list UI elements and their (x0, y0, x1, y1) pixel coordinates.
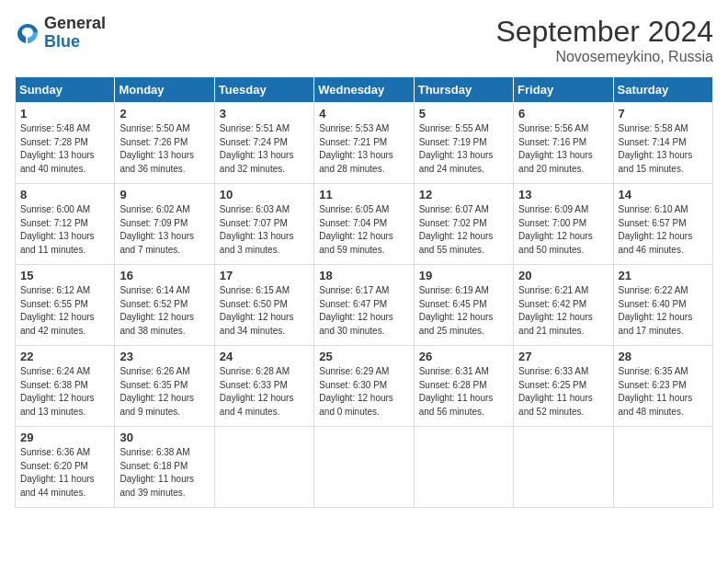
table-row: 13Sunrise: 6:09 AMSunset: 7:00 PMDayligh… (514, 184, 613, 265)
table-row: 17Sunrise: 6:15 AMSunset: 6:50 PMDayligh… (214, 265, 313, 346)
table-row: 2Sunrise: 5:50 AMSunset: 7:26 PMDaylight… (115, 103, 214, 184)
day-number: 29 (20, 431, 109, 444)
title-block: September 2024 Novosemeykino, Russia (495, 15, 713, 65)
day-info: Sunrise: 6:26 AMSunset: 6:35 PMDaylight:… (119, 365, 209, 419)
day-info: Sunrise: 5:56 AMSunset: 7:16 PMDaylight:… (518, 122, 608, 176)
day-number: 1 (20, 107, 109, 121)
col-sunday: Sunday (16, 77, 115, 103)
month-title: September 2024 (495, 15, 713, 49)
day-info: Sunrise: 6:14 AMSunset: 6:52 PMDaylight:… (119, 284, 209, 338)
table-row (414, 427, 513, 508)
day-number: 27 (518, 350, 608, 363)
day-info: Sunrise: 6:09 AMSunset: 7:00 PMDaylight:… (518, 203, 608, 257)
day-info: Sunrise: 6:22 AMSunset: 6:40 PMDaylight:… (619, 284, 708, 338)
day-info: Sunrise: 6:28 AMSunset: 6:33 PMDaylight:… (220, 365, 309, 419)
day-number: 18 (319, 269, 408, 282)
table-row: 29Sunrise: 6:36 AMSunset: 6:20 PMDayligh… (16, 427, 115, 508)
day-info: Sunrise: 6:29 AMSunset: 6:30 PMDaylight:… (319, 365, 408, 419)
day-number: 23 (119, 350, 209, 363)
table-row: 3Sunrise: 5:51 AMSunset: 7:24 PMDaylight… (214, 103, 313, 184)
col-friday: Friday (514, 77, 613, 103)
calendar: Sunday Monday Tuesday Wednesday Thursday… (15, 76, 713, 508)
day-number: 15 (20, 269, 109, 282)
day-number: 14 (619, 188, 708, 201)
table-row: 21Sunrise: 6:22 AMSunset: 6:40 PMDayligh… (613, 265, 712, 346)
table-row: 4Sunrise: 5:53 AMSunset: 7:21 PMDaylight… (314, 103, 414, 184)
day-info: Sunrise: 5:55 AMSunset: 7:19 PMDaylight:… (419, 122, 508, 176)
day-info: Sunrise: 5:50 AMSunset: 7:26 PMDaylight:… (119, 122, 209, 176)
table-row: 5Sunrise: 5:55 AMSunset: 7:19 PMDaylight… (414, 103, 513, 184)
day-number: 28 (619, 350, 708, 363)
logo-general: General (44, 15, 106, 33)
day-number: 6 (518, 107, 608, 121)
day-info: Sunrise: 6:07 AMSunset: 7:02 PMDaylight:… (419, 203, 508, 257)
table-row (514, 427, 613, 508)
day-info: Sunrise: 6:38 AMSunset: 6:18 PMDaylight:… (119, 446, 209, 500)
day-number: 13 (518, 188, 608, 201)
table-row: 11Sunrise: 6:05 AMSunset: 7:04 PMDayligh… (314, 184, 414, 265)
table-row: 20Sunrise: 6:21 AMSunset: 6:42 PMDayligh… (514, 265, 613, 346)
day-number: 7 (619, 107, 708, 121)
day-number: 10 (220, 188, 309, 201)
day-number: 11 (319, 188, 408, 201)
logo: General Blue (15, 15, 106, 52)
table-row: 18Sunrise: 6:17 AMSunset: 6:47 PMDayligh… (314, 265, 414, 346)
day-info: Sunrise: 6:12 AMSunset: 6:55 PMDaylight:… (20, 284, 109, 338)
day-info: Sunrise: 6:19 AMSunset: 6:45 PMDaylight:… (419, 284, 508, 338)
day-number: 3 (220, 107, 309, 121)
day-info: Sunrise: 5:53 AMSunset: 7:21 PMDaylight:… (319, 122, 408, 176)
day-number: 2 (119, 107, 209, 121)
table-row: 12Sunrise: 6:07 AMSunset: 7:02 PMDayligh… (414, 184, 513, 265)
col-tuesday: Tuesday (214, 77, 313, 103)
table-row (214, 427, 313, 508)
table-row: 28Sunrise: 6:35 AMSunset: 6:23 PMDayligh… (613, 346, 712, 427)
day-info: Sunrise: 6:00 AMSunset: 7:12 PMDaylight:… (20, 203, 109, 257)
table-row: 15Sunrise: 6:12 AMSunset: 6:55 PMDayligh… (16, 265, 115, 346)
table-row (613, 427, 712, 508)
table-row: 26Sunrise: 6:31 AMSunset: 6:28 PMDayligh… (414, 346, 513, 427)
day-number: 26 (419, 350, 508, 363)
table-row: 23Sunrise: 6:26 AMSunset: 6:35 PMDayligh… (115, 346, 214, 427)
table-row: 9Sunrise: 6:02 AMSunset: 7:09 PMDaylight… (115, 184, 214, 265)
table-row: 30Sunrise: 6:38 AMSunset: 6:18 PMDayligh… (115, 427, 214, 508)
col-monday: Monday (115, 77, 214, 103)
table-row: 6Sunrise: 5:56 AMSunset: 7:16 PMDaylight… (514, 103, 613, 184)
day-info: Sunrise: 6:21 AMSunset: 6:42 PMDaylight:… (518, 284, 608, 338)
day-number: 16 (119, 269, 209, 282)
day-info: Sunrise: 5:51 AMSunset: 7:24 PMDaylight:… (220, 122, 309, 176)
calendar-week-3: 15Sunrise: 6:12 AMSunset: 6:55 PMDayligh… (16, 265, 713, 346)
table-row: 7Sunrise: 5:58 AMSunset: 7:14 PMDaylight… (613, 103, 712, 184)
day-info: Sunrise: 5:48 AMSunset: 7:28 PMDaylight:… (20, 122, 109, 176)
calendar-week-2: 8Sunrise: 6:00 AMSunset: 7:12 PMDaylight… (16, 184, 713, 265)
day-info: Sunrise: 6:03 AMSunset: 7:07 PMDaylight:… (220, 203, 309, 257)
day-info: Sunrise: 6:33 AMSunset: 6:25 PMDaylight:… (518, 365, 608, 419)
location: Novosemeykino, Russia (495, 49, 713, 65)
day-number: 5 (419, 107, 508, 121)
table-row: 27Sunrise: 6:33 AMSunset: 6:25 PMDayligh… (514, 346, 613, 427)
table-row: 10Sunrise: 6:03 AMSunset: 7:07 PMDayligh… (214, 184, 313, 265)
table-row: 22Sunrise: 6:24 AMSunset: 6:38 PMDayligh… (16, 346, 115, 427)
calendar-week-1: 1Sunrise: 5:48 AMSunset: 7:28 PMDaylight… (16, 103, 713, 184)
logo-icon (15, 20, 40, 46)
day-number: 25 (319, 350, 408, 363)
day-info: Sunrise: 6:02 AMSunset: 7:09 PMDaylight:… (119, 203, 209, 257)
day-info: Sunrise: 6:36 AMSunset: 6:20 PMDaylight:… (20, 446, 109, 500)
day-number: 22 (20, 350, 109, 363)
table-row: 25Sunrise: 6:29 AMSunset: 6:30 PMDayligh… (314, 346, 414, 427)
table-row: 24Sunrise: 6:28 AMSunset: 6:33 PMDayligh… (214, 346, 313, 427)
table-row: 14Sunrise: 6:10 AMSunset: 6:57 PMDayligh… (613, 184, 712, 265)
table-row (314, 427, 414, 508)
calendar-header-row: Sunday Monday Tuesday Wednesday Thursday… (16, 77, 713, 103)
page-header: General Blue September 2024 Novosemeykin… (15, 15, 713, 65)
day-number: 4 (319, 107, 408, 121)
day-info: Sunrise: 6:05 AMSunset: 7:04 PMDaylight:… (319, 203, 408, 257)
day-info: Sunrise: 6:31 AMSunset: 6:28 PMDaylight:… (419, 365, 508, 419)
day-info: Sunrise: 6:24 AMSunset: 6:38 PMDaylight:… (20, 365, 109, 419)
logo-blue: Blue (44, 33, 106, 52)
col-saturday: Saturday (613, 77, 712, 103)
day-info: Sunrise: 6:17 AMSunset: 6:47 PMDaylight:… (319, 284, 408, 338)
day-number: 17 (220, 269, 309, 282)
day-number: 24 (220, 350, 309, 363)
day-number: 9 (119, 188, 209, 201)
day-number: 30 (119, 431, 209, 444)
